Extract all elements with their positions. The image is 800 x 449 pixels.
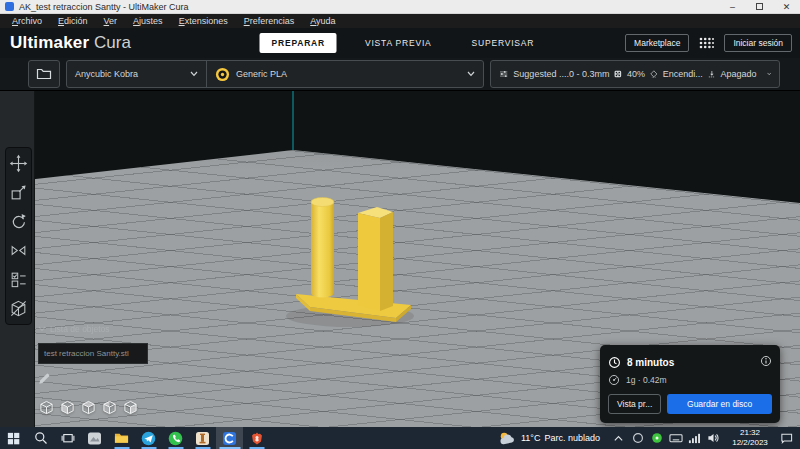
- tray-network-icon[interactable]: [686, 427, 703, 449]
- edit-pencil-icon[interactable]: [38, 371, 52, 385]
- tray-volume-icon[interactable]: [705, 427, 722, 449]
- orange-slicer-app-button[interactable]: [189, 427, 216, 449]
- view-presets: [38, 399, 139, 416]
- weather-widget[interactable]: 11°C Parc. nublado: [498, 431, 600, 446]
- whatsapp-button[interactable]: [162, 427, 189, 449]
- infill-value: 40%: [627, 69, 645, 79]
- brand-logo: Ultimaker Cura: [10, 33, 131, 53]
- search-button[interactable]: [27, 427, 54, 449]
- cura-taskbar-button[interactable]: [216, 427, 243, 449]
- printer-selector[interactable]: Anycubic Kobra: [67, 61, 207, 87]
- view-3d-button[interactable]: [38, 399, 55, 416]
- save-to-disk-button[interactable]: Guardar en disco: [667, 394, 772, 414]
- per-model-settings-button[interactable]: [6, 267, 31, 292]
- apps-grid-icon[interactable]: [699, 37, 714, 49]
- material-selector[interactable]: Generic PLA: [207, 61, 483, 87]
- tray-keyboard-icon[interactable]: [667, 427, 684, 449]
- chevron-down-icon: [467, 71, 475, 77]
- column-right-face: [380, 212, 393, 311]
- brand-bold: Ultimaker: [10, 33, 89, 52]
- app-header: Ultimaker Cura PREPARAR VISTA PREVIA SUP…: [0, 28, 800, 58]
- configuration-bar: Anycubic Kobra Generic PLA Suggested ...…: [0, 58, 800, 91]
- window-title: AK_test retraccion Santty - UltiMaker Cu…: [19, 2, 189, 12]
- print-time-estimate: 8 minutos: [627, 357, 674, 368]
- file-explorer-button[interactable]: [108, 427, 135, 449]
- marketplace-button[interactable]: Marketplace: [625, 34, 689, 52]
- view-front-button[interactable]: [59, 399, 76, 416]
- material-usage-estimate: 1g · 0.42m: [626, 375, 667, 385]
- adhesion-icon: [708, 67, 716, 81]
- minimize-button[interactable]: –: [719, 0, 746, 13]
- menu-preferencias[interactable]: Preferencias: [236, 14, 303, 28]
- rotate-tool-button[interactable]: [6, 209, 31, 234]
- viewport-3d[interactable]: Lista de objetos test retraccion Santty.…: [0, 91, 800, 427]
- move-tool-button[interactable]: [6, 151, 31, 176]
- start-button[interactable]: [0, 427, 27, 449]
- menu-archivo[interactable]: Archivo: [4, 14, 50, 28]
- taskbar-clock[interactable]: 21:32 12/2/2023: [727, 428, 773, 448]
- weather-temp: 11°C: [521, 433, 540, 443]
- stage-tabs: PREPARAR VISTA PREVIA SUPERVISAR: [260, 28, 547, 58]
- support-icon: [650, 67, 658, 81]
- selected-model-name[interactable]: test retraccion Santty.stl: [38, 343, 148, 364]
- folder-icon: [36, 67, 52, 81]
- menubar: Archivo Edición Ver Ajustes Extensiones …: [0, 14, 800, 28]
- cylinder-top: [311, 198, 334, 207]
- left-toolbar: [5, 147, 32, 325]
- chevron-down-icon: [190, 71, 198, 77]
- menu-ajustes[interactable]: Ajustes: [125, 14, 171, 28]
- tab-vista-previa[interactable]: VISTA PREVIA: [353, 33, 444, 53]
- cylinder-body: [311, 202, 334, 298]
- task-view-button[interactable]: [54, 427, 81, 449]
- print-estimate-panel: 8 minutos 1g · 0.42m Vista pr... Guardar…: [600, 345, 780, 423]
- restore-button[interactable]: [746, 0, 773, 13]
- close-button[interactable]: ✕: [773, 0, 800, 13]
- support-blocker-button[interactable]: [6, 296, 31, 321]
- mirror-tool-button[interactable]: [6, 238, 31, 263]
- sign-in-button[interactable]: Iniciar sesión: [724, 34, 792, 52]
- material-spool-icon: [215, 67, 230, 82]
- menu-ver[interactable]: Ver: [96, 14, 126, 28]
- windows-taskbar: 11°C Parc. nublado 21:32: [0, 427, 800, 449]
- notifications-icon[interactable]: [778, 427, 795, 449]
- view-left-button[interactable]: [101, 399, 118, 416]
- scale-tool-button[interactable]: [6, 180, 31, 205]
- preview-button[interactable]: Vista pr...: [608, 394, 661, 414]
- material-usage-icon: [608, 374, 620, 386]
- cura-window: AK_test retraccion Santty - UltiMaker Cu…: [0, 0, 800, 449]
- infill-icon: [614, 67, 622, 81]
- print-settings-sliders-icon: [499, 67, 508, 81]
- printer-name: Anycubic Kobra: [75, 69, 138, 79]
- info-icon[interactable]: [760, 353, 772, 371]
- tray-sync-icon[interactable]: [629, 427, 646, 449]
- titlebar: AK_test retraccion Santty - UltiMaker Cu…: [0, 0, 800, 14]
- object-list-toggle[interactable]: Lista de objetos: [38, 324, 110, 334]
- clock-icon: [608, 356, 621, 369]
- clock-date: 12/2/2023: [727, 438, 773, 448]
- view-top-button[interactable]: [80, 399, 97, 416]
- model-retraction-test[interactable]: [286, 198, 414, 328]
- tab-preparar[interactable]: PREPARAR: [260, 33, 337, 53]
- view-right-button[interactable]: [122, 399, 139, 416]
- telegram-button[interactable]: [135, 427, 162, 449]
- brave-button[interactable]: [243, 427, 270, 449]
- menu-edicion[interactable]: Edición: [50, 14, 96, 28]
- profile-summary: Suggested ....0 - 0.3mm: [513, 69, 609, 79]
- column-front-face: [358, 213, 380, 311]
- tab-supervisar[interactable]: SUPERVISAR: [460, 33, 547, 53]
- tray-chevron-up-icon[interactable]: [610, 427, 627, 449]
- adhesion-value: Apagado: [721, 69, 757, 79]
- gray-app-button[interactable]: [81, 427, 108, 449]
- restore-icon: [756, 3, 763, 10]
- weather-desc: Parc. nublado: [544, 433, 600, 443]
- menu-extensiones[interactable]: Extensiones: [171, 14, 236, 28]
- chevron-down-icon: [767, 71, 771, 77]
- tray-status-green-icon[interactable]: [648, 427, 665, 449]
- print-settings-selector[interactable]: Suggested ....0 - 0.3mm 40% Encendi... A…: [490, 60, 780, 88]
- object-list-label: Lista de objetos: [50, 324, 110, 334]
- printer-material-selector: Anycubic Kobra Generic PLA: [66, 60, 484, 88]
- cura-app-icon: [5, 2, 14, 11]
- support-value: Encendi...: [663, 69, 703, 79]
- menu-ayuda[interactable]: Ayuda: [302, 14, 343, 28]
- open-file-button[interactable]: [28, 60, 60, 88]
